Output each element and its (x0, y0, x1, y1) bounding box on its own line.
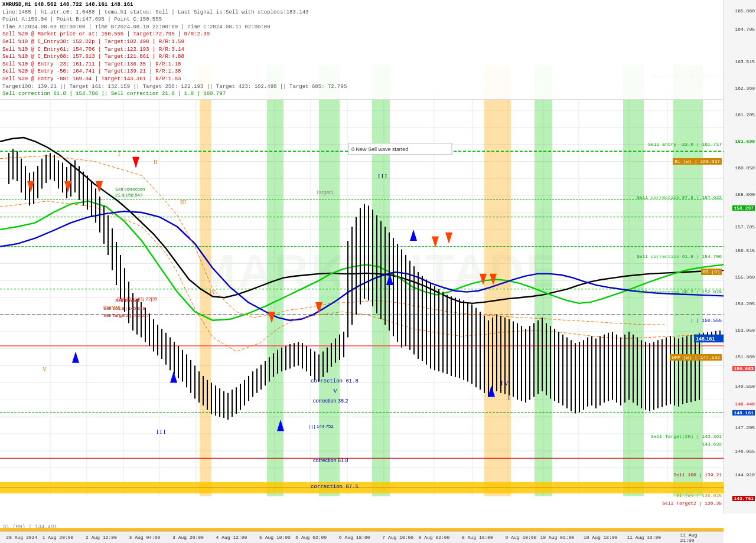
svg-marker-242 (132, 157, 139, 168)
chart-container: MARKTZITADE XMRUSD,H1 148.562 148.722 14… (0, 0, 756, 543)
svg-marker-246 (445, 233, 452, 244)
price-156515: 156.515 (735, 248, 755, 253)
svg-rect-42 (319, 65, 340, 496)
svg-text:Sell Target2 | 145.517: Sell Target2 | 145.517 (103, 313, 149, 318)
sell-correction-382-label: Sell correction 38.2 | 152.029 (637, 289, 722, 295)
price-144910: 144.910 (735, 472, 755, 477)
r3-d-label: R3 (D) (701, 269, 722, 275)
svg-rect-44 (535, 65, 552, 496)
header-line4: Time A:2024.08.09 02:00:00 | Time B:2024… (2, 24, 721, 31)
sell-correction-875-label: Sell correction 87.5 | 157.622 (637, 195, 722, 200)
svg-marker-237 (410, 230, 417, 241)
time-6aug18: 6 Aug 18:00 (339, 535, 370, 540)
weekly-bar (0, 528, 724, 531)
time-2aug12: 2 Aug 12:00 (86, 535, 117, 540)
time-10aug18: 10 Aug 18:00 (584, 535, 618, 540)
price-143761-hl: 143.761 (732, 496, 755, 501)
svg-text:III: III (180, 199, 186, 205)
sell-100-label: Sell 100 | 139.21 (673, 472, 722, 477)
correction-618-chart-label: correction 61.8 (311, 378, 359, 384)
svg-marker-234 (170, 371, 177, 382)
svg-text:V: V (333, 388, 337, 394)
svg-text:Sell 100 | 61| 72|35: Sell 100 | 61| 72|35 (117, 296, 158, 302)
price-150555-label: | | 150.555 (690, 318, 722, 323)
price-148448: 148.448 (735, 401, 755, 407)
header-sell1: Sell %20 @ Market price or at: 150.555 |… (2, 31, 721, 38)
time-28aug: 28 Aug 2024 (6, 535, 37, 540)
svg-text:I I I: I I I (378, 173, 387, 179)
price-146055: 146.055 (735, 449, 755, 454)
price-161100-hl: 161.699 (735, 139, 755, 144)
svg-text:21.8|158.547: 21.8|158.547 (115, 192, 142, 198)
header-sell6: Sell %20 @ Entry -50: 164.741 | Target:1… (2, 68, 721, 76)
svg-text:II: II (154, 159, 158, 165)
price-157705: 157.705 (735, 224, 755, 230)
header-info: XMRUSD,H1 148.562 148.722 148.161 148.16… (0, 0, 724, 100)
time-8aug02: 8 Aug 02:00 (419, 535, 450, 540)
svg-rect-45 (623, 65, 644, 496)
right-price-labels: 165.860 164.705 163.515 162.360 161.205 … (724, 0, 756, 513)
svg-text:PR(MN): PR(MN) (103, 305, 120, 310)
sell-target-143361: Sell Target(20) | 143.361 (651, 434, 722, 439)
time-3aug20: 3 Aug 20:00 (172, 535, 204, 540)
price-154205: 154.205 (735, 301, 755, 306)
svg-text:I: I (508, 394, 510, 401)
header-sell3: Sell %10 @ C_Entry61: 154.706 | Target:1… (2, 46, 721, 54)
price-148161-current: 148.161 (732, 410, 755, 416)
chart-title: XMRUSD,H1 148.562 148.722 148.161 148.16… (2, 1, 721, 9)
sell-correction-618-label: Sell correction 61.8 | 154.706 (637, 254, 722, 259)
svg-text:correction 61.8: correction 61.8 (313, 457, 348, 463)
header-corrections: Sell correction 61.8 | 154.706 || Sell c… (2, 90, 721, 98)
price-149550: 149.550 (735, 384, 755, 389)
price-143632: 143.632 (702, 441, 722, 447)
svg-text:0 New Sell wave started: 0 New Sell wave started (351, 146, 408, 152)
svg-text:148.161: 148.161 (696, 336, 715, 342)
price-163515: 163.515 (735, 59, 755, 64)
svg-text:I V: I V (501, 380, 509, 387)
time-11aug21: 11 Aug 21:00 (680, 532, 709, 543)
header-sell7: Sell %20 @ Entry -88: 169.04 | Target:14… (2, 76, 721, 83)
time-10aug02: 10 Aug 02:00 (540, 535, 574, 540)
price-165860: 165.860 (735, 8, 755, 14)
header-sell5: Sell %10 @ Entry -23: 161.711 | Target:1… (2, 61, 721, 68)
time-8aug18: 8 Aug 18:00 (462, 535, 493, 540)
svg-rect-46 (673, 65, 703, 496)
svg-text:Target1: Target1 (316, 189, 334, 195)
time-3aug04: 3 Aug 04:00 (129, 535, 161, 540)
wpp-w-label: WPP (w) | 147.532 (670, 354, 722, 361)
time-1aug20: 1 Aug 20:00 (43, 535, 74, 540)
time-scale: 28 Aug 2024 1 Aug 20:00 2 Aug 12:00 3 Au… (0, 531, 724, 543)
svg-text:IV: IV (210, 290, 216, 296)
svg-text:I I I: I I I (157, 428, 165, 435)
svg-text:| | | 144.752: | | | 144.752 (309, 424, 334, 430)
price-160050: 160.050 (735, 165, 755, 171)
price-150663-hl: 150.663 (732, 366, 755, 371)
price-162360: 162.360 (735, 86, 755, 91)
time-9aug10: 9 Aug 10:00 (506, 535, 537, 540)
price-153050: 153.050 (735, 328, 755, 333)
header-line3: Point A:159.04 | Point B:147.695 | Point… (2, 16, 721, 24)
r1-w-label: R1 (w) | 160.037 (673, 158, 722, 165)
svg-text:correction 38.2: correction 38.2 (313, 398, 348, 404)
chart-svg: V I II III IV V I I I I I I I V I 0 New … (0, 65, 724, 508)
svg-text:Sell correction: Sell correction (115, 187, 145, 192)
svg-text:I: I (118, 151, 120, 157)
svg-marker-245 (432, 236, 439, 247)
header-sell4: Sell %10 @ C_Entry88: 157.613 | Target:1… (2, 53, 721, 61)
svg-marker-241 (96, 181, 103, 192)
correction-875-chart-label: correction 87.5 (311, 484, 359, 490)
s1-w-label: -S1 (w) | 136.025 (673, 493, 722, 498)
price-158860: 158.860 (735, 192, 755, 197)
svg-marker-233 (72, 352, 79, 363)
time-4aug12: 4 Aug 12:00 (216, 535, 247, 540)
price-147205: 147.205 (735, 425, 755, 430)
price-155360: 155.360 (735, 274, 755, 280)
header-sell2: Sell %10 @ C_Entry38: 152.02p | Target:1… (2, 38, 721, 46)
header-line2: Line:1485 | h1_atr_c0: 1.0488 | tema_h1 … (2, 9, 721, 17)
header-targets: Target100: 139.21 || Target 161: 132.159… (2, 83, 721, 91)
price-158297-hl: 158.297 (732, 205, 755, 211)
sell-target2-136: Sell Target2 | 136.35 (662, 501, 722, 506)
sell-entry-236-label: Sell Entry -23.6 | 161.717 (648, 142, 722, 147)
time-6aug02: 6 Aug 02:00 (295, 535, 327, 540)
svg-rect-47 (200, 65, 211, 496)
